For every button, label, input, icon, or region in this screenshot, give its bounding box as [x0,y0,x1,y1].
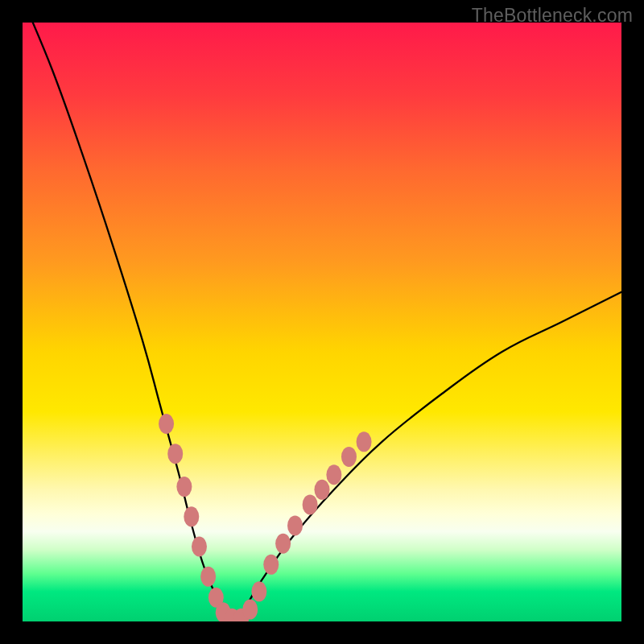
plot-gradient-area [23,23,621,621]
watermark-text: TheBottleneck.com [472,5,633,27]
chart-container: TheBottleneck.com [0,0,644,644]
